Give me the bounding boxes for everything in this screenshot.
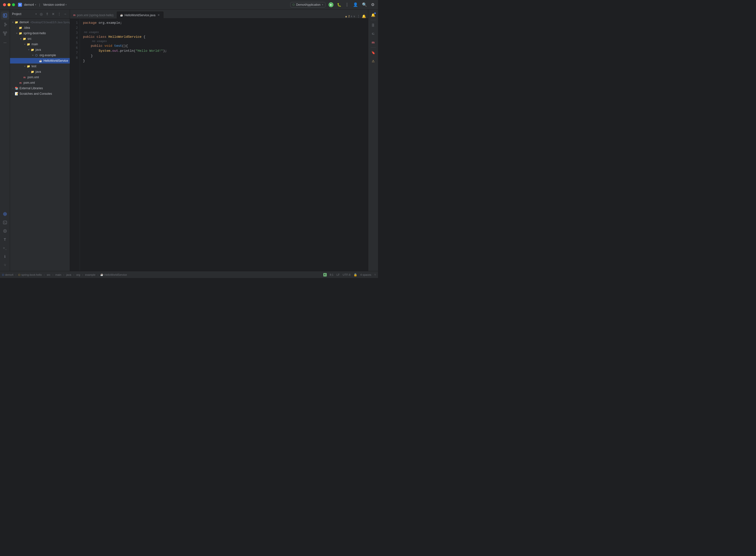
run-config-icon: ⬡	[293, 3, 295, 6]
line-num-6: 6	[76, 45, 78, 50]
tree-item-hello-service[interactable]: ☕ HelloWorldService	[10, 58, 70, 64]
console-tool-icon[interactable]: >_	[1, 244, 9, 252]
tree-item-pom-inner[interactable]: m pom.xml	[10, 74, 70, 80]
status-encoding[interactable]: UTF-8	[343, 273, 350, 276]
tree-arrow-main[interactable]: ▾	[23, 43, 27, 45]
panel-hide-button[interactable]: −	[63, 11, 68, 16]
run-tool-icon[interactable]	[1, 227, 9, 235]
tree-arrow-src[interactable]: ▾	[19, 37, 23, 40]
collapse-all-button[interactable]: ⇑	[45, 11, 50, 16]
scroll-down-icon[interactable]: ∨	[353, 15, 355, 18]
todo-tool-icon[interactable]: ℹ	[1, 252, 9, 260]
breadcrumb-src[interactable]: src	[47, 273, 50, 276]
line-num-2: 2	[76, 26, 78, 31]
sidebar-more-icon[interactable]: ···	[1, 38, 9, 46]
sidebar-project-icon[interactable]	[1, 11, 9, 20]
vcs-selector[interactable]: Version control ▾	[43, 3, 67, 6]
debug-button[interactable]: 🐛	[337, 2, 342, 7]
run-button[interactable]: ▶	[329, 2, 334, 7]
status-indent[interactable]: 4 spaces	[360, 273, 371, 276]
status-lang-kotlin[interactable]: K	[323, 273, 327, 277]
breadcrumb-org[interactable]: org	[76, 273, 80, 276]
settings-icon[interactable]: ⚙	[371, 2, 375, 7]
tree-item-idea[interactable]: › 📁 .idea	[10, 25, 70, 31]
tree-arrow-demo4[interactable]: ▾	[11, 21, 14, 24]
database-panel-icon[interactable]: 🗄	[370, 22, 377, 29]
tab-hello[interactable]: ☕ HelloWorldService.java ✕	[117, 11, 164, 19]
tree-item-test-java[interactable]: › 📁 java	[10, 69, 70, 74]
copilot-tool-icon[interactable]	[1, 210, 9, 218]
tree-arrow-test-java[interactable]: ›	[27, 70, 31, 73]
font-tool-icon[interactable]: T	[1, 236, 9, 243]
tree-item-org-example[interactable]: ▾ ⬡ org.example	[10, 53, 70, 58]
scratches-label: Scratches and Consoles	[20, 92, 52, 96]
search-everywhere-icon[interactable]: 🔍	[362, 2, 368, 7]
maximize-button[interactable]	[12, 3, 15, 6]
org-example-label: org.example	[39, 54, 56, 57]
vcs-dropdown-arrow: ▾	[66, 3, 67, 6]
breadcrumb-class[interactable]: ☕ HelloWorldService	[100, 273, 127, 276]
tree-item-pom-outer[interactable]: m pom.xml	[10, 80, 70, 85]
code-line-4: public void test(){	[83, 43, 366, 48]
editor-scrollbar[interactable]	[366, 19, 368, 271]
gradle-panel-icon[interactable]: G	[370, 30, 377, 37]
notifications-icon[interactable]: 🔔	[362, 14, 366, 18]
breadcrumb-demo4[interactable]: ◻ demo4	[2, 273, 13, 276]
code-editor[interactable]: package org.example; no usages public cl…	[80, 19, 366, 271]
tree-arrow-sph[interactable]: ▾	[15, 32, 19, 35]
project-selector[interactable]: demo4 ▾	[24, 3, 36, 6]
tree-item-java[interactable]: ▾ 📁 java	[10, 47, 70, 53]
panel-options-button[interactable]: ⋮	[57, 11, 62, 16]
more-run-options[interactable]: ⋮	[344, 2, 349, 7]
status-git[interactable]: ⑂	[374, 273, 376, 277]
bookmarks-panel-icon[interactable]: 🔖	[370, 49, 377, 56]
tab-bar-options-icon[interactable]: ⋮	[357, 14, 360, 18]
close-panel-button[interactable]: ✕	[51, 11, 56, 16]
status-position[interactable]: 8:1	[330, 273, 334, 276]
sidebar-structure-icon[interactable]	[1, 30, 9, 37]
maven-panel-icon[interactable]: m	[370, 39, 377, 46]
editor-area: m pom.xml (spring-boot-hello) ☕ HelloWor…	[70, 9, 368, 271]
breadcrumb-java[interactable]: java	[66, 273, 71, 276]
tree-arrow-test[interactable]: ▾	[23, 65, 27, 68]
tree-item-src[interactable]: ▾ 📁 src	[10, 36, 70, 41]
tree-arrow-external-libs[interactable]: ›	[11, 87, 14, 90]
status-line-ending[interactable]: LF	[337, 273, 340, 276]
tree-item-demo4[interactable]: ▾ 📁 demo4 ~/Desktop/CS/JavaEE/5 Java Spr…	[10, 20, 70, 25]
main-folder-icon: 📁	[27, 42, 31, 46]
problems-panel-icon[interactable]: ⚠	[370, 58, 377, 65]
close-button[interactable]	[3, 3, 6, 6]
tree-arrow-java[interactable]: ▾	[27, 48, 31, 51]
run-config-selector[interactable]: ⬡ Demo4Application ▾	[290, 2, 325, 7]
tree-item-external-libs[interactable]: › 📚 External Libraries	[10, 85, 70, 91]
project-title-arrow[interactable]: ▾	[35, 13, 37, 15]
tab-pom-icon: m	[73, 14, 75, 16]
status-readonly[interactable]: 🔒	[353, 273, 357, 277]
scroll-up-icon[interactable]: ∧	[350, 15, 352, 18]
tree-arrow-org-example[interactable]: ▾	[31, 54, 34, 57]
src-label: src	[28, 37, 32, 40]
git-changes-tool-icon[interactable]: ⑂	[1, 261, 9, 269]
sidebar-git-icon[interactable]	[1, 21, 9, 29]
src-folder-icon: 📁	[23, 37, 27, 41]
tab-pom[interactable]: m pom.xml (spring-boot-hello)	[70, 11, 117, 19]
minimize-button[interactable]	[7, 3, 10, 6]
breadcrumb-sph[interactable]: ◻ spring-boot-hello	[18, 273, 42, 276]
editor-content[interactable]: 1 2 3 4 5 6 7 8 package org.example; no …	[70, 19, 368, 271]
locate-file-button[interactable]: ◎	[39, 11, 44, 16]
breadcrumb-main[interactable]: main	[55, 273, 61, 276]
right-panel-separator-2	[371, 47, 376, 47]
account-icon[interactable]: 👤	[352, 2, 358, 7]
notifications-panel-icon[interactable]: 🔔	[370, 11, 377, 19]
project-dropdown-arrow: ▾	[35, 3, 36, 6]
tab-hello-close[interactable]: ✕	[157, 13, 160, 17]
tree-item-main[interactable]: ▾ 📁 main	[10, 41, 70, 47]
tree-item-scratches[interactable]: › 📝 Scratches and Consoles	[10, 91, 70, 97]
breadcrumb-example[interactable]: example	[85, 273, 96, 276]
tree-item-spring-boot-hello[interactable]: ▾ 📁 spring-boot-hello	[10, 31, 70, 36]
tree-arrow-scratches[interactable]: ›	[11, 93, 14, 95]
tree-item-test[interactable]: ▾ 📁 test	[10, 64, 70, 69]
tree-arrow-idea[interactable]: ›	[15, 27, 19, 29]
code-line-2	[83, 26, 366, 31]
terminal-tool-icon[interactable]	[1, 218, 9, 227]
